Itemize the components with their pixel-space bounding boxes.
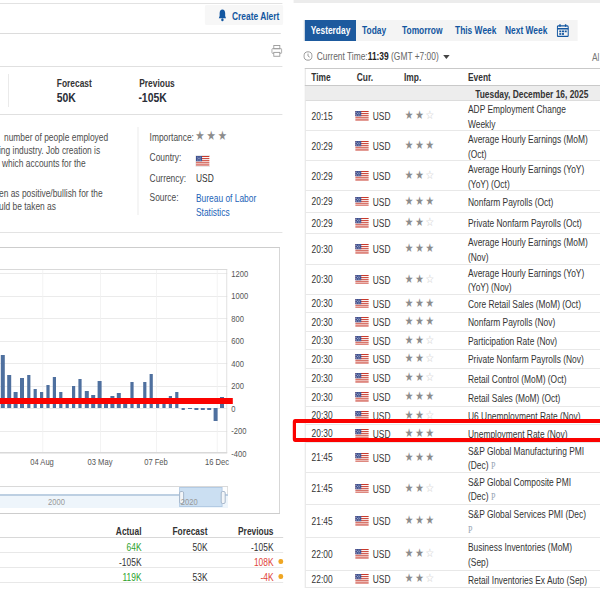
calendar-icon — [556, 24, 568, 37]
history-cell: 108K — [214, 556, 274, 568]
history-cell: -4K — [214, 571, 274, 583]
event-country-flag — [355, 141, 369, 151]
navigator-label-2000: 2000 — [48, 496, 65, 507]
calendar-row: 20:30USD★★☆Participation Rate (Nov) — [306, 332, 600, 350]
previous-label: Previous — [139, 77, 174, 89]
current-time-label: Current Time: — [317, 50, 368, 62]
revised-dot-icon — [279, 574, 283, 579]
star-filled-icon: ★ — [415, 215, 425, 229]
tab-yesterday[interactable]: Yesterday — [305, 20, 356, 41]
calendar-row: 20:29USD★★☆Private Nonfarm Payrolls (Oct… — [306, 213, 600, 234]
chart-bar — [182, 408, 186, 410]
col-header-event: Event — [468, 71, 491, 83]
us-flag-icon — [355, 336, 369, 346]
event-importance: ★★☆ — [405, 571, 436, 585]
red-highlight-box — [293, 419, 600, 442]
forecast-value: 50K — [57, 90, 76, 105]
event-importance: ★★★ — [405, 138, 436, 152]
event-name[interactable]: Nonfarm Payrolls (Oct) — [468, 195, 553, 210]
star-filled-icon: ★ — [405, 450, 415, 464]
calendar-row: 20:30USD★★☆Average Hourly Earnings (YoY)… — [306, 265, 600, 295]
star-filled-icon: ★ — [426, 194, 436, 208]
event-name-line: P — [468, 522, 586, 538]
y-axis-label: 800 — [231, 313, 244, 324]
source-link-line: Bureau of Labor — [196, 191, 256, 205]
event-name[interactable]: ADP Employment ChangeWeekly — [468, 102, 566, 131]
star-filled-icon: ★ — [426, 314, 436, 328]
current-time-row: Current Time:11:39 (GMT +7:00) — [303, 50, 450, 62]
event-name[interactable]: Average Hourly Earnings (MoM)(Oct) — [468, 132, 588, 161]
event-time: 20:30 — [312, 334, 333, 346]
event-currency: USD — [373, 573, 391, 585]
create-alert-button[interactable]: Create Alert — [218, 9, 280, 22]
event-name[interactable]: Retail Control (MoM) (Oct) — [468, 372, 566, 387]
calendar-table-top-border — [305, 68, 600, 69]
history-cell: 53K — [148, 571, 208, 583]
chart-plot-area[interactable] — [0, 269, 227, 453]
event-time: 22:00 — [312, 548, 333, 560]
right-top-strip — [294, 0, 600, 3]
event-name[interactable]: Average Hourly Earnings (MoM)(Nov) — [468, 235, 588, 264]
event-time: 20:29 — [312, 195, 333, 207]
event-name[interactable]: Nonfarm Payrolls (Nov) — [468, 315, 555, 330]
description-line: number of people employed — [4, 131, 108, 143]
event-name-line: S&P Global Composite PMI — [468, 475, 571, 490]
event-name[interactable]: Average Hourly Earnings (YoY)(YoY) (Nov) — [468, 266, 584, 295]
history-header-actual: Actual — [82, 525, 142, 537]
current-time-text[interactable]: Current Time:11:39 (GMT +7:00) — [317, 50, 450, 62]
star-filled-icon: ★ — [405, 546, 415, 560]
event-time: 20:30 — [312, 391, 333, 403]
event-name[interactable]: S&P Global Services PMI (Dec)P — [468, 507, 586, 537]
event-importance: ★★★ — [405, 241, 436, 255]
event-name[interactable]: S&P Global Composite PMI(Dec) P — [468, 475, 571, 505]
event-name-line: (Sep) — [468, 555, 572, 570]
event-name[interactable]: Private Nonfarm Payrolls (Oct) — [468, 216, 582, 231]
event-time: 20:30 — [312, 297, 333, 309]
event-name[interactable]: S&P Global Manufacturing PMI(Dec) P — [468, 444, 584, 474]
event-currency: USD — [373, 274, 391, 286]
history-cell: 64K — [82, 541, 142, 553]
star-filled-icon: ★ — [426, 450, 436, 464]
event-name[interactable]: Business Inventories (MoM)(Sep) — [468, 540, 572, 569]
chart-bar — [188, 408, 192, 409]
event-currency: USD — [373, 548, 391, 560]
clipped-right-link[interactable]: Al — [592, 51, 599, 63]
event-currency: USD — [373, 335, 391, 347]
x-axis-label: 07 Feb — [136, 456, 176, 467]
bell-icon — [218, 9, 228, 22]
tab-tomorrow[interactable]: Tomorrow — [402, 20, 442, 41]
event-name[interactable]: Core Retail Sales (MoM) (Oct) — [468, 297, 581, 312]
event-country-flag — [355, 336, 369, 346]
us-flag-icon — [355, 171, 369, 181]
event-name[interactable]: Private Nonfarm Payrolls (Nov) — [468, 352, 584, 367]
star-filled-icon: ★ — [405, 571, 415, 585]
tab-this-week[interactable]: This Week — [455, 20, 496, 41]
event-name-line: (YoY) (Nov) — [468, 280, 584, 295]
event-time: 20:30 — [312, 372, 333, 384]
star-empty-icon: ☆ — [426, 108, 436, 122]
tab-next-week[interactable]: Next Week — [505, 20, 547, 41]
calendar-picker-button[interactable] — [552, 20, 573, 41]
event-time: 21:45 — [312, 482, 333, 494]
event-name[interactable]: Retail Sales (MoM) (Oct) — [468, 391, 560, 406]
event-name[interactable]: Average Hourly Earnings (YoY)(YoY) (Oct) — [468, 162, 584, 191]
create-alert-label: Create Alert — [232, 10, 279, 22]
event-name-line: Average Hourly Earnings (MoM) — [468, 235, 588, 250]
y-axis-label: 200 — [231, 380, 244, 391]
event-country-flag — [355, 317, 369, 327]
preliminary-icon: P — [491, 491, 495, 502]
source-link[interactable]: Bureau of LaborStatistics — [196, 191, 256, 219]
tab-today[interactable]: Today — [362, 20, 386, 41]
navigator-right-handle[interactable] — [221, 491, 226, 504]
us-flag-icon — [355, 392, 369, 402]
calendar-row: 22:00USD★★☆Retail Inventories Ex Auto (S… — [306, 571, 600, 589]
page: Create Alert Forecast 50K Previous -105K… — [0, 0, 600, 600]
event-name-line: S&P Global Manufacturing PMI — [468, 444, 584, 459]
event-name[interactable]: Retail Inventories Ex Auto (Sep) — [468, 573, 587, 588]
event-name[interactable]: Participation Rate (Nov) — [468, 334, 557, 349]
event-country-flag — [355, 453, 369, 463]
importance-label: Importance: — [150, 131, 194, 143]
print-icon[interactable] — [271, 45, 282, 57]
star-filled-icon: ★ — [415, 333, 425, 347]
star-filled-icon: ★ — [415, 241, 425, 255]
